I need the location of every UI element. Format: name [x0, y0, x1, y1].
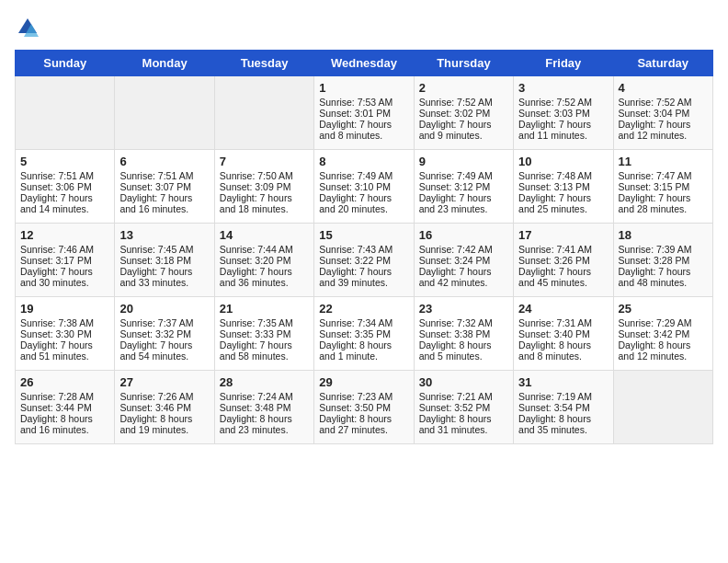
day-text: Sunrise: 7:49 AM [319, 170, 408, 181]
day-text: Daylight: 8 hours and 35 minutes. [518, 413, 608, 435]
day-number: 12 [20, 228, 109, 242]
calendar-cell: 22Sunrise: 7:34 AMSunset: 3:35 PMDayligh… [314, 297, 414, 371]
day-text: Sunset: 3:12 PM [419, 181, 508, 192]
day-number: 16 [419, 228, 508, 242]
day-number: 15 [319, 228, 408, 242]
day-number: 11 [619, 155, 708, 168]
calendar-cell: 25Sunrise: 7:29 AMSunset: 3:42 PMDayligh… [613, 297, 712, 371]
calendar-cell: 7Sunrise: 7:50 AMSunset: 3:09 PMDaylight… [214, 150, 313, 224]
day-number: 10 [518, 155, 608, 168]
day-text: Daylight: 7 hours and 25 minutes. [518, 192, 608, 214]
day-text: Daylight: 7 hours and 14 minutes. [20, 192, 109, 214]
day-text: Daylight: 7 hours and 45 minutes. [518, 266, 608, 288]
calendar-week-row: 5Sunrise: 7:51 AMSunset: 3:06 PMDaylight… [16, 150, 713, 224]
calendar-cell: 23Sunrise: 7:32 AMSunset: 3:38 PMDayligh… [414, 297, 513, 371]
calendar-cell [16, 76, 115, 150]
day-text: Sunset: 3:48 PM [220, 402, 309, 413]
day-text: Sunset: 3:42 PM [619, 328, 708, 339]
calendar-cell: 16Sunrise: 7:42 AMSunset: 3:24 PMDayligh… [414, 224, 513, 297]
day-text: Sunrise: 7:52 AM [419, 97, 508, 108]
day-text: Sunrise: 7:43 AM [319, 244, 408, 255]
day-text: Daylight: 7 hours and 11 minutes. [518, 119, 608, 141]
weekday-header-sunday: Sunday [16, 51, 115, 76]
day-number: 22 [319, 302, 408, 316]
day-text: Daylight: 7 hours and 28 minutes. [619, 192, 708, 214]
calendar-cell: 17Sunrise: 7:41 AMSunset: 3:26 PMDayligh… [514, 224, 613, 297]
calendar-cell: 4Sunrise: 7:52 AMSunset: 3:04 PMDaylight… [613, 76, 712, 150]
day-text: Sunset: 3:06 PM [20, 181, 109, 192]
day-text: Sunset: 3:40 PM [518, 328, 608, 339]
day-text: Sunset: 3:15 PM [619, 181, 708, 192]
day-text: Sunrise: 7:28 AM [20, 391, 109, 402]
day-text: Daylight: 8 hours and 8 minutes. [518, 339, 608, 362]
day-text: Sunset: 3:33 PM [220, 328, 309, 339]
calendar-cell: 20Sunrise: 7:37 AMSunset: 3:32 PMDayligh… [115, 297, 214, 371]
day-text: Sunset: 3:07 PM [119, 181, 209, 192]
day-text: Sunrise: 7:52 AM [518, 97, 608, 108]
weekday-header-tuesday: Tuesday [214, 51, 313, 76]
calendar-cell: 24Sunrise: 7:31 AMSunset: 3:40 PMDayligh… [514, 297, 613, 371]
calendar-cell: 31Sunrise: 7:19 AMSunset: 3:54 PMDayligh… [514, 371, 613, 444]
day-text: Sunrise: 7:50 AM [220, 170, 309, 181]
calendar-week-row: 12Sunrise: 7:46 AMSunset: 3:17 PMDayligh… [16, 224, 713, 297]
day-number: 27 [119, 375, 209, 389]
day-text: Sunrise: 7:42 AM [419, 244, 508, 255]
day-text: Sunset: 3:50 PM [319, 402, 408, 413]
day-number: 17 [518, 228, 608, 242]
day-text: Sunset: 3:30 PM [20, 328, 109, 339]
calendar-cell: 26Sunrise: 7:28 AMSunset: 3:44 PMDayligh… [16, 371, 115, 444]
day-number: 13 [119, 228, 209, 242]
calendar-cell [214, 76, 313, 150]
day-text: Sunset: 3:02 PM [419, 108, 508, 119]
day-text: Daylight: 8 hours and 1 minute. [319, 339, 408, 362]
day-text: Sunrise: 7:53 AM [319, 97, 408, 108]
calendar-week-row: 19Sunrise: 7:38 AMSunset: 3:30 PMDayligh… [16, 297, 713, 371]
day-text: Sunrise: 7:41 AM [518, 244, 608, 255]
day-text: Daylight: 8 hours and 16 minutes. [20, 413, 109, 435]
day-text: Sunrise: 7:44 AM [220, 244, 309, 255]
calendar-cell: 14Sunrise: 7:44 AMSunset: 3:20 PMDayligh… [214, 224, 313, 297]
day-text: Sunset: 3:10 PM [319, 181, 408, 192]
calendar-cell: 28Sunrise: 7:24 AMSunset: 3:48 PMDayligh… [214, 371, 313, 444]
day-number: 1 [319, 81, 408, 95]
day-text: Daylight: 8 hours and 27 minutes. [319, 413, 408, 435]
day-number: 25 [619, 302, 708, 316]
day-text: Sunrise: 7:37 AM [119, 317, 209, 328]
day-text: Daylight: 7 hours and 18 minutes. [220, 192, 309, 214]
day-text: Sunset: 3:38 PM [419, 328, 508, 339]
day-text: Sunset: 3:28 PM [619, 255, 708, 266]
calendar-week-row: 1Sunrise: 7:53 AMSunset: 3:01 PMDaylight… [16, 76, 713, 150]
calendar-cell: 11Sunrise: 7:47 AMSunset: 3:15 PMDayligh… [613, 150, 712, 224]
day-text: Sunrise: 7:19 AM [518, 391, 608, 402]
day-number: 3 [518, 81, 608, 95]
day-text: Daylight: 7 hours and 48 minutes. [619, 266, 708, 288]
calendar-cell [115, 76, 214, 150]
day-text: Sunset: 3:01 PM [319, 108, 408, 119]
calendar-week-row: 26Sunrise: 7:28 AMSunset: 3:44 PMDayligh… [16, 371, 713, 444]
day-text: Sunrise: 7:47 AM [619, 170, 708, 181]
day-number: 29 [319, 375, 408, 389]
day-text: Daylight: 8 hours and 31 minutes. [419, 413, 508, 435]
calendar-cell: 13Sunrise: 7:45 AMSunset: 3:18 PMDayligh… [115, 224, 214, 297]
weekday-header-wednesday: Wednesday [314, 51, 414, 76]
day-text: Sunrise: 7:26 AM [119, 391, 209, 402]
calendar-cell: 12Sunrise: 7:46 AMSunset: 3:17 PMDayligh… [16, 224, 115, 297]
day-text: Daylight: 7 hours and 33 minutes. [119, 266, 209, 288]
calendar-cell [613, 371, 712, 444]
logo [15, 15, 44, 40]
day-text: Daylight: 7 hours and 58 minutes. [220, 339, 309, 362]
day-text: Sunrise: 7:21 AM [419, 391, 508, 402]
weekday-header-row: SundayMondayTuesdayWednesdayThursdayFrid… [16, 51, 713, 76]
day-text: Daylight: 8 hours and 23 minutes. [220, 413, 309, 435]
day-text: Sunrise: 7:49 AM [419, 170, 508, 181]
day-text: Sunset: 3:13 PM [518, 181, 608, 192]
day-text: Sunset: 3:26 PM [518, 255, 608, 266]
day-text: Daylight: 7 hours and 9 minutes. [419, 119, 508, 141]
day-text: Daylight: 7 hours and 42 minutes. [419, 266, 508, 288]
day-text: Sunset: 3:09 PM [220, 181, 309, 192]
day-text: Sunset: 3:17 PM [20, 255, 109, 266]
calendar-cell: 29Sunrise: 7:23 AMSunset: 3:50 PMDayligh… [314, 371, 414, 444]
header [15, 15, 713, 40]
day-number: 8 [319, 155, 408, 168]
day-text: Sunrise: 7:51 AM [119, 170, 209, 181]
